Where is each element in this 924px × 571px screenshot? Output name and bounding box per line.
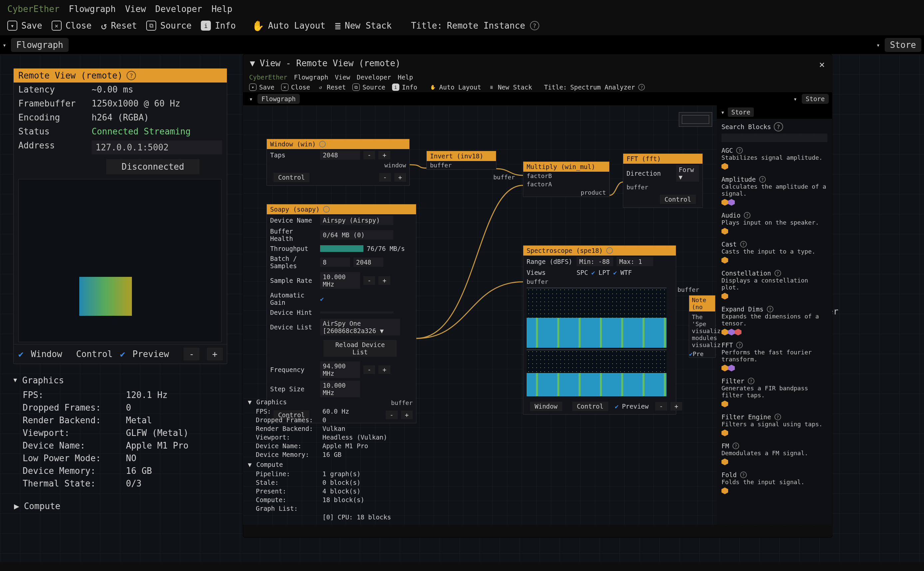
window-close-button[interactable]: ✕ <box>819 59 825 70</box>
compute-section[interactable]: ▶Compute <box>14 501 227 511</box>
preview-toggle[interactable]: Preview <box>622 403 649 410</box>
soapy-node[interactable]: Soapy (soapy)? Device NameAirspy (Airspy… <box>266 204 416 423</box>
minus-button[interactable]: - <box>655 402 667 411</box>
remote-view-window[interactable]: ▼ View - Remote View (remote) ✕ CyberEth… <box>243 54 832 537</box>
title-value[interactable]: Spectrum Analyzer <box>570 83 635 91</box>
direction-select[interactable]: Forw ▼ <box>676 165 699 182</box>
help-icon[interactable]: ? <box>736 147 743 154</box>
control-button[interactable]: Control <box>660 194 696 204</box>
help-icon[interactable]: ? <box>323 206 330 213</box>
store-item[interactable]: FM? Demodulates a FM signal. <box>721 442 827 466</box>
input-port[interactable]: factorB <box>523 172 609 180</box>
window-button[interactable]: Window <box>530 402 562 411</box>
inner-compute-section[interactable]: ▼Compute <box>248 461 448 468</box>
store-item[interactable]: Amplitude? Calculates the amplitude of a… <box>721 176 827 207</box>
address-input[interactable]: 127.0.0.1:5002 <box>91 140 222 154</box>
store-item[interactable]: Audio? Plays input on the speaker. <box>721 211 827 236</box>
help-icon[interactable]: ? <box>740 241 747 248</box>
plus-button[interactable]: + <box>670 402 682 411</box>
inner-tab-store[interactable]: ▾Store <box>793 94 829 104</box>
help-icon[interactable]: ? <box>530 21 539 30</box>
graphics-section[interactable]: ▶Graphics <box>14 375 227 385</box>
inner-info-button[interactable]: iInfo <box>392 83 417 91</box>
view-spc[interactable]: SPC <box>577 269 588 276</box>
stepsize-input[interactable]: 10.000 MHz <box>320 381 360 397</box>
plus-button[interactable]: + <box>395 173 406 182</box>
output-port[interactable]: product <box>523 188 609 197</box>
input-port[interactable]: buffer <box>523 278 676 286</box>
inner-menu-developer[interactable]: Developer <box>357 74 391 81</box>
check-icon[interactable]: ✔ <box>18 349 24 359</box>
samplerate-input[interactable]: 10.000 MHz <box>320 272 360 289</box>
view-lpt[interactable]: LPT <box>599 269 610 276</box>
inner-reset-button[interactable]: ↺Reset <box>317 83 346 91</box>
inner-menu-view[interactable]: View <box>335 74 350 81</box>
window-node[interactable]: Window (win)? Taps2048-+ window Control-… <box>266 139 410 186</box>
invert-node[interactable]: Invert (inv18) buffer <box>426 151 496 170</box>
store-item[interactable]: Cast? Casts the input to a type. <box>721 241 827 265</box>
fft-node[interactable]: FFT (fft) DirectionForw ▼ buffer Control <box>623 153 703 208</box>
control-toggle[interactable]: Control <box>76 349 113 359</box>
inner-menu-flowgraph[interactable]: Flowgraph <box>294 74 328 81</box>
devicelist-select[interactable]: AirSpy One [260868c82a326 ▼ <box>320 319 400 335</box>
input-port[interactable]: factorA <box>523 180 609 188</box>
minus-button[interactable]: - <box>364 276 375 285</box>
frequency-input[interactable]: 94.900 MHz <box>320 361 360 378</box>
minus-button[interactable]: - <box>379 173 391 182</box>
help-icon[interactable]: ? <box>127 71 136 80</box>
menu-developer[interactable]: Developer <box>155 4 202 14</box>
window-titlebar[interactable]: ▼ View - Remote View (remote) ✕ <box>243 54 832 72</box>
zoom-out-button[interactable]: - <box>184 348 200 360</box>
help-icon[interactable]: ? <box>732 443 739 449</box>
search-input[interactable] <box>721 133 827 142</box>
output-port[interactable]: buffer <box>490 173 518 181</box>
help-icon[interactable]: ? <box>774 122 783 131</box>
store-tab-label[interactable]: Store <box>728 108 754 117</box>
check-icon[interactable]: ✔ <box>120 349 125 359</box>
preview-toggle[interactable]: Pre <box>693 350 704 357</box>
control-button[interactable]: Control <box>274 173 310 182</box>
store-item[interactable]: Expand Dims? Expands the dimensions of a… <box>721 306 827 337</box>
output-port[interactable]: buffer <box>674 286 703 294</box>
window-toggle[interactable]: Window <box>31 349 62 359</box>
inner-canvas[interactable]: Window (win)? Taps2048-+ window Control-… <box>243 105 832 525</box>
inner-graphics-section[interactable]: ▼Graphics <box>248 398 448 406</box>
check-icon[interactable]: ✔ <box>320 295 324 302</box>
check-icon[interactable]: ✔ <box>591 269 595 276</box>
inner-menu-help[interactable]: Help <box>398 74 413 81</box>
menu-flowgraph[interactable]: Flowgraph <box>69 4 116 14</box>
input-port[interactable]: buffer <box>623 183 703 191</box>
check-icon[interactable]: ✔ <box>613 269 617 276</box>
samples-input[interactable]: 2048 <box>353 258 383 267</box>
info-button[interactable]: iInfo <box>201 21 236 31</box>
help-icon[interactable]: ? <box>759 176 766 183</box>
title-value[interactable]: Remote Instance <box>447 21 525 31</box>
check-icon[interactable]: ✔ <box>689 350 693 357</box>
help-icon[interactable]: ? <box>638 84 645 91</box>
plus-button[interactable]: + <box>378 276 390 285</box>
inner-autolayout-button[interactable]: ✋Auto Layout <box>429 83 481 91</box>
overview-minimap[interactable] <box>679 112 712 127</box>
help-icon[interactable]: ? <box>736 342 743 349</box>
close-button[interactable]: ×Close <box>52 21 91 31</box>
disconnect-button[interactable]: Disconnected <box>106 159 200 174</box>
inner-save-button[interactable]: ▾Save <box>249 83 274 91</box>
reset-button[interactable]: ↺Reset <box>101 21 137 31</box>
help-icon[interactable]: ? <box>748 378 754 384</box>
input-port[interactable]: buffer <box>427 161 496 169</box>
menu-help[interactable]: Help <box>212 4 232 14</box>
zoom-in-button[interactable]: + <box>207 348 223 360</box>
batch-input[interactable]: 8 <box>320 258 350 267</box>
view-wtf[interactable]: WTF <box>621 269 632 276</box>
help-icon[interactable]: ? <box>740 472 747 478</box>
store-item[interactable]: Filter Engine? Filters a signal using ta… <box>721 413 827 438</box>
help-icon[interactable]: ? <box>774 270 781 276</box>
reload-button[interactable]: Reload Device List <box>323 340 397 357</box>
menu-view[interactable]: View <box>125 4 146 14</box>
tab-store[interactable]: ▾Store <box>876 38 921 52</box>
taps-input[interactable]: 2048 <box>320 150 360 160</box>
tab-flowgraph[interactable]: ▾Flowgraph <box>3 38 69 52</box>
help-icon[interactable]: ? <box>744 212 751 219</box>
plus-button[interactable]: + <box>378 365 390 374</box>
inner-source-button[interactable]: ⧉Source <box>353 83 385 91</box>
